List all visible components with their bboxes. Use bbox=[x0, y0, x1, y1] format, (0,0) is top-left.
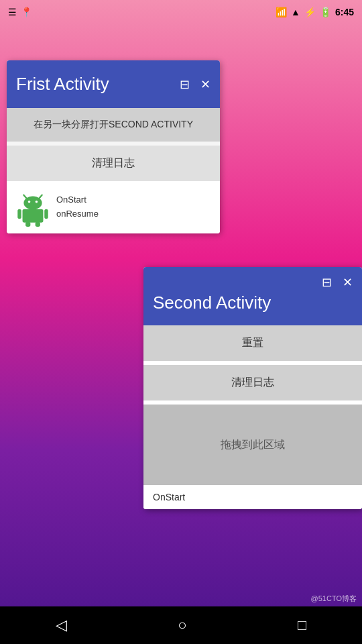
open-second-button[interactable]: 在另一块分屏打开SECOND ACTIVITY bbox=[7, 108, 220, 142]
status-bar-right: 📶 ▲ ⚡ 🔋 6:45 bbox=[276, 7, 354, 17]
onstart-text-second: OnStart bbox=[143, 485, 362, 509]
second-activity-content: 重置 清理日志 拖拽到此区域 OnStart bbox=[143, 325, 362, 509]
battery-icon: 🔋 bbox=[320, 7, 331, 17]
robot-lifecycle-area: OnStart onResume bbox=[7, 186, 220, 233]
status-bar-left: ☰ 📍 bbox=[8, 7, 32, 17]
first-activity-minimize-icon[interactable]: ⊟ bbox=[180, 77, 190, 92]
second-activity-minimize-icon[interactable]: ⊟ bbox=[322, 275, 332, 290]
reset-button[interactable]: 重置 bbox=[143, 325, 362, 361]
second-activity-window: ⊟ ✕ Second Activity 重置 清理日志 拖拽到此区域 OnSta… bbox=[143, 267, 362, 509]
signal-icon: ⚡ bbox=[304, 7, 316, 17]
first-activity-header: Frist Activity ⊟ ✕ bbox=[7, 60, 220, 108]
clear-log-button-second[interactable]: 清理日志 bbox=[143, 365, 362, 400]
svg-rect-7 bbox=[44, 209, 48, 219]
recent-apps-button[interactable]: □ bbox=[298, 616, 306, 634]
home-button[interactable]: ○ bbox=[178, 616, 186, 634]
brand-text: @51CTO博客 bbox=[311, 594, 357, 604]
onresume-text-first: onResume bbox=[56, 207, 99, 221]
first-activity-close-icon[interactable]: ✕ bbox=[200, 77, 210, 92]
lifecycle-text: OnStart onResume bbox=[56, 193, 99, 221]
first-activity-header-icons: ⊟ ✕ bbox=[180, 77, 210, 92]
svg-rect-9 bbox=[36, 222, 40, 227]
clear-log-button-first[interactable]: 清理日志 bbox=[7, 146, 220, 181]
second-activity-title: Second Activity bbox=[153, 292, 353, 317]
svg-point-4 bbox=[36, 201, 38, 203]
svg-rect-5 bbox=[23, 209, 44, 223]
svg-point-3 bbox=[28, 201, 31, 203]
wifi-icon: ▲ bbox=[291, 7, 300, 17]
time-display: 6:45 bbox=[335, 7, 354, 17]
second-activity-header: ⊟ ✕ Second Activity bbox=[143, 267, 362, 325]
android-robot-icon bbox=[16, 193, 50, 227]
svg-point-2 bbox=[23, 197, 42, 210]
svg-rect-8 bbox=[25, 222, 30, 227]
location-icon: 📍 bbox=[21, 7, 32, 17]
drag-area[interactable]: 拖拽到此区域 bbox=[143, 405, 362, 485]
back-button[interactable]: ◁ bbox=[56, 616, 67, 634]
second-activity-header-controls: ⊟ ✕ bbox=[153, 275, 353, 290]
onstart-text-first: OnStart bbox=[56, 193, 99, 207]
sim-icon: 📶 bbox=[276, 7, 287, 17]
svg-rect-6 bbox=[17, 209, 21, 219]
second-activity-close-icon[interactable]: ✕ bbox=[343, 275, 353, 290]
first-activity-window: Frist Activity ⊟ ✕ 在另一块分屏打开SECOND ACTIVI… bbox=[7, 60, 220, 233]
bottom-navigation-bar: ◁ ○ □ bbox=[0, 606, 362, 644]
first-activity-title: Frist Activity bbox=[16, 74, 109, 100]
status-bar: ☰ 📍 📶 ▲ ⚡ 🔋 6:45 bbox=[0, 0, 362, 24]
first-activity-content: 在另一块分屏打开SECOND ACTIVITY 清理日志 bbox=[7, 108, 220, 233]
nav-menu-icon: ☰ bbox=[8, 7, 17, 17]
